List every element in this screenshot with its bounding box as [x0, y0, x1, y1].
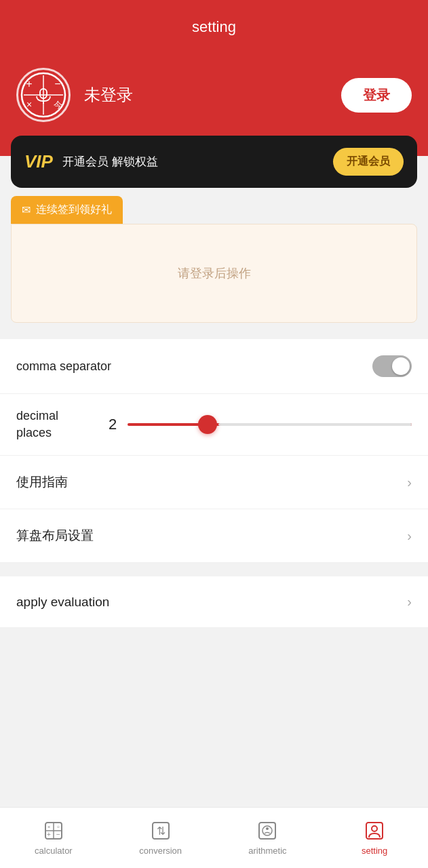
- checkin-hint: 请登录后操作: [178, 267, 251, 280]
- chevron-icon-apply: ›: [407, 594, 412, 610]
- menu-row-abacus[interactable]: 算盘布局设置 ›: [0, 509, 428, 563]
- slider-knob: [198, 415, 217, 434]
- apply-evaluation-label: apply evaluation: [16, 595, 407, 610]
- nav-label-setting: setting: [362, 846, 387, 856]
- nav-item-calculator[interactable]: × ÷ + − calculator: [0, 808, 107, 868]
- comma-separator-label: comma separator: [16, 359, 372, 374]
- vip-label: VIP: [24, 151, 53, 172]
- decimal-places-row: decimal places 2: [0, 394, 428, 456]
- setting-icon: [364, 820, 385, 842]
- comma-separator-row: comma separator: [0, 339, 428, 394]
- svg-text:今: 今: [54, 100, 62, 110]
- svg-point-22: [372, 826, 377, 831]
- settings-section: comma separator decimal places 2: [0, 339, 428, 456]
- logo-svg: + − × 今: [20, 71, 67, 119]
- vip-description: 开通会员 解锁权益: [62, 154, 158, 170]
- checkin-section: ✉ 连续签到领好礼 请登录后操作: [11, 196, 417, 323]
- svg-text:+: +: [26, 78, 32, 90]
- svg-text:×: ×: [47, 824, 51, 830]
- vip-subscribe-button[interactable]: 开通会员: [333, 148, 404, 176]
- vip-left: VIP 开通会员 解锁权益: [24, 151, 158, 172]
- svg-text:+: +: [47, 831, 51, 838]
- arithmetic-icon: [256, 820, 278, 842]
- conversion-icon: ⇅: [150, 820, 172, 842]
- page-title: setting: [192, 18, 236, 36]
- slider-track-gray: [218, 423, 412, 426]
- comma-separator-toggle[interactable]: [372, 355, 412, 377]
- svg-text:−: −: [54, 78, 60, 90]
- app-header: setting: [0, 0, 428, 54]
- decimal-places-label: decimal places: [16, 408, 98, 441]
- svg-text:−: −: [56, 831, 60, 838]
- decimal-places-slider[interactable]: [128, 412, 412, 437]
- login-status: 未登录: [84, 84, 328, 106]
- menu-section: 使用指南 › 算盘布局设置 ›: [0, 456, 428, 563]
- apply-evaluation-section: apply evaluation ›: [0, 576, 428, 628]
- svg-text:×: ×: [26, 99, 32, 110]
- nav-label-conversion: conversion: [139, 846, 182, 856]
- nav-label-arithmetic: arithmetic: [248, 846, 286, 856]
- decimal-places-value: 2: [109, 416, 117, 433]
- toggle-knob: [392, 357, 410, 375]
- svg-point-20: [266, 827, 269, 830]
- svg-text:÷: ÷: [57, 824, 60, 830]
- app-logo: + − × 今: [16, 68, 71, 122]
- calculator-icon: × ÷ + −: [43, 820, 64, 842]
- checkin-banner[interactable]: ✉ 连续签到领好礼: [11, 196, 123, 224]
- envelope-icon: ✉: [22, 203, 31, 216]
- checkin-banner-text: 连续签到领好礼: [36, 203, 112, 217]
- login-button[interactable]: 登录: [341, 78, 412, 113]
- menu-row-guide[interactable]: 使用指南 ›: [0, 456, 428, 509]
- nav-item-arithmetic[interactable]: arithmetic: [214, 808, 322, 868]
- chevron-icon-guide: ›: [407, 475, 412, 490]
- abacus-label: 算盘布局设置: [16, 527, 407, 545]
- nav-item-conversion[interactable]: ⇅ conversion: [107, 808, 214, 868]
- svg-rect-18: [259, 823, 275, 839]
- vip-card: VIP 开通会员 解锁权益 开通会员: [11, 136, 417, 188]
- nav-label-calculator: calculator: [35, 846, 73, 856]
- guide-label: 使用指南: [16, 473, 407, 491]
- chevron-icon-abacus: ›: [407, 528, 412, 544]
- checkin-body: 请登录后操作: [11, 224, 417, 323]
- nav-item-setting[interactable]: setting: [321, 808, 428, 868]
- bottom-nav: × ÷ + − calculator ⇅ conversion arithmet…: [0, 807, 428, 868]
- slider-track-red: [128, 423, 412, 426]
- svg-text:⇅: ⇅: [156, 825, 165, 837]
- apply-evaluation-row[interactable]: apply evaluation ›: [0, 576, 428, 628]
